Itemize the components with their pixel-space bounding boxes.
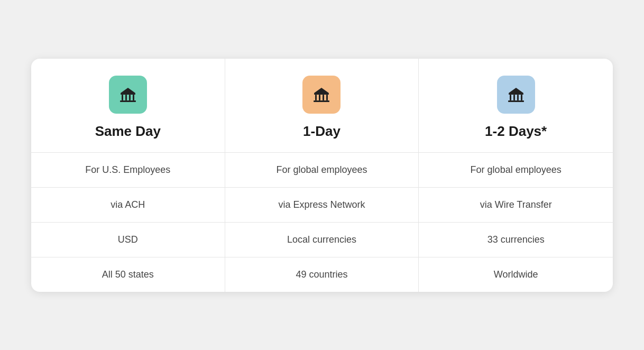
icon-box-one-two-days	[497, 76, 535, 114]
data-cell-same-day-row0: For U.S. Employees	[31, 153, 225, 187]
icon-box-one-day	[302, 76, 341, 114]
data-row-1: via ACHvia Express Networkvia Wire Trans…	[31, 188, 613, 223]
svg-rect-14	[509, 93, 523, 95]
svg-rect-4	[133, 95, 134, 100]
svg-rect-7	[314, 93, 329, 95]
data-cell-one-two-days-row1: via Wire Transfer	[419, 188, 613, 222]
svg-marker-13	[314, 88, 329, 93]
header-row: Same Day 1-Day 1-2 Days*	[31, 59, 613, 153]
data-cell-same-day-row1: via ACH	[31, 188, 225, 222]
svg-rect-19	[508, 100, 524, 102]
data-cell-one-two-days-row3: Worldwide	[419, 257, 613, 292]
heading-one-two-days: 1-2 Days*	[485, 123, 547, 140]
icon-box-same-day	[109, 76, 147, 114]
heading-one-day: 1-Day	[303, 123, 341, 140]
svg-rect-9	[319, 95, 320, 100]
data-row-0: For U.S. EmployeesFor global employeesFo…	[31, 153, 613, 188]
data-cell-same-day-row3: All 50 states	[31, 257, 225, 292]
svg-rect-2	[125, 95, 127, 100]
header-cell-same-day: Same Day	[31, 59, 225, 152]
svg-rect-10	[323, 95, 324, 100]
data-cell-one-day-row2: Local currencies	[225, 223, 419, 257]
header-cell-one-two-days: 1-2 Days*	[419, 59, 613, 152]
comparison-card: Same Day 1-Day 1-2 Days* For U.S. Employ…	[31, 59, 613, 292]
svg-rect-11	[326, 95, 328, 100]
data-rows-container: For U.S. EmployeesFor global employeesFo…	[31, 153, 613, 292]
header-cell-one-day: 1-Day	[225, 59, 419, 152]
svg-rect-1	[122, 95, 123, 100]
svg-rect-18	[521, 95, 522, 100]
svg-rect-12	[314, 100, 329, 102]
svg-rect-16	[513, 95, 515, 100]
data-cell-one-day-row3: 49 countries	[225, 257, 419, 292]
svg-rect-5	[120, 100, 136, 102]
heading-same-day: Same Day	[95, 123, 161, 140]
data-row-2: USDLocal currencies33 currencies	[31, 223, 613, 257]
svg-rect-15	[510, 95, 511, 100]
data-cell-one-day-row1: via Express Network	[225, 188, 419, 222]
svg-marker-6	[121, 88, 135, 93]
svg-rect-8	[315, 95, 317, 100]
svg-rect-17	[517, 95, 519, 100]
data-cell-one-two-days-row2: 33 currencies	[419, 223, 613, 257]
data-row-3: All 50 states49 countriesWorldwide	[31, 257, 613, 292]
data-cell-one-day-row0: For global employees	[225, 153, 419, 187]
svg-rect-0	[121, 93, 135, 95]
svg-marker-20	[509, 88, 523, 93]
data-cell-one-two-days-row0: For global employees	[419, 153, 613, 187]
data-cell-same-day-row2: USD	[31, 223, 225, 257]
svg-rect-3	[129, 95, 131, 100]
